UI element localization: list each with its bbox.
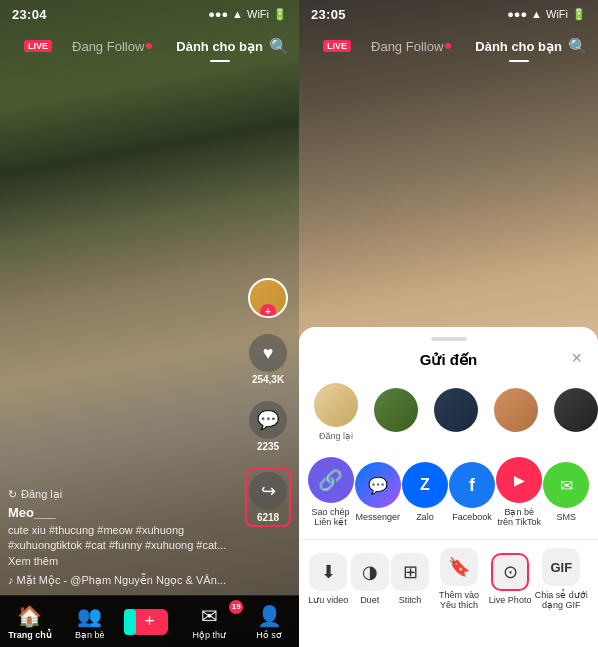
messenger-icon: 💬 <box>355 462 401 508</box>
save-video-label: Lưu video <box>308 595 348 605</box>
nav-tabs-right: LIVE Đang Follow Dành cho bạn 🔍 <box>299 28 598 64</box>
tab-foryou-right[interactable]: Dành cho bạn <box>463 28 574 64</box>
avatar-share-5[interactable] <box>551 388 598 436</box>
search-icon-left[interactable]: 🔍 <box>269 37 289 56</box>
live-badge-left: LIVE <box>24 40 52 52</box>
repost-row-left: ↻ Đăng lại <box>8 488 244 501</box>
facebook-icon: f <box>449 462 495 508</box>
sheet-title: Gửi đến <box>420 351 477 369</box>
save-video-icon: ⬇ <box>309 553 347 591</box>
nav-inbox-label-left: Hộp thư <box>193 630 227 640</box>
action-favorite[interactable]: 🔖 Thêm vào Yêu thích <box>431 548 486 610</box>
avatar-share-repost[interactable]: Đăng lại <box>311 383 361 441</box>
avatar-share-3[interactable] <box>431 388 481 436</box>
tab-following-left[interactable]: Đang Follow <box>60 28 164 64</box>
profile-icon-left: 👤 <box>257 604 282 628</box>
share-zalo[interactable]: Z Zalo <box>402 462 448 522</box>
status-bar-right: 23:05 ●●● ▲ WiFi 🔋 <box>299 0 598 28</box>
stitch-label: Stitch <box>399 595 422 605</box>
status-time-left: 23:04 <box>12 7 47 22</box>
nav-profile-left[interactable]: 👤 Hồ sơ <box>239 604 299 640</box>
tab-following-right[interactable]: Đang Follow <box>359 28 463 64</box>
search-icon-right[interactable]: 🔍 <box>568 37 588 56</box>
avatar-img-3 <box>434 388 478 432</box>
friend-label: Bạn bètrên TikTok <box>497 507 541 527</box>
live-photo-icon: ⊙ <box>491 553 529 591</box>
share-friend-tiktok[interactable]: ▶ Bạn bètrên TikTok <box>496 457 542 527</box>
duet-label: Duet <box>360 595 379 605</box>
gif-icon: GIF <box>542 548 580 586</box>
copy-link-icon: 🔗 <box>308 457 354 503</box>
action-duet[interactable]: ◑ Duet <box>351 553 389 605</box>
avatar-img-4 <box>494 388 538 432</box>
stitch-icon: ⊞ <box>391 553 429 591</box>
avatar-img-5 <box>554 388 598 432</box>
share-sms[interactable]: ✉ SMS <box>543 462 589 522</box>
like-count-left: 254,3K <box>252 374 284 385</box>
action-stitch[interactable]: ⊞ Stitch <box>391 553 429 605</box>
nav-inbox-left[interactable]: ✉ Hộp thư 19 <box>179 604 239 640</box>
favorite-icon: 🔖 <box>440 548 478 586</box>
status-bar-left: 23:04 ●●● ▲ WiFi 🔋 <box>0 0 299 28</box>
username-left[interactable]: Meo___ <box>8 505 244 520</box>
nav-friends-left[interactable]: 👥 Bạn bè <box>60 604 120 640</box>
home-icon-left: 🏠 <box>17 604 42 628</box>
like-button-left[interactable]: ♥ 254,3K <box>249 334 287 385</box>
sheet-close-button[interactable]: × <box>571 348 582 369</box>
avatar-share-2[interactable] <box>371 388 421 436</box>
inbox-badge-left: 19 <box>229 600 243 614</box>
sheet-title-row: Gửi đến × <box>299 341 598 375</box>
share-facebook[interactable]: f Facebook <box>449 462 495 522</box>
divider <box>299 539 598 540</box>
nav-add-left[interactable] <box>120 609 180 635</box>
avatar-img-2 <box>374 388 418 432</box>
action-bar-left: ♥ 254,3K 💬 2235 ↪ 6218 <box>245 278 291 527</box>
avatar-img-left <box>248 278 288 318</box>
live-badge-right: LIVE <box>323 40 351 52</box>
sms-label: SMS <box>557 512 577 522</box>
bottom-info-left: ↻ Đăng lại Meo___ cute xiu #thucung #meo… <box>8 488 244 587</box>
nav-tabs-left: LIVE Đang Follow Dành cho bạn 🔍 <box>0 28 299 64</box>
nav-friends-label-left: Bạn bè <box>75 630 105 640</box>
friends-icon-left: 👥 <box>77 604 102 628</box>
comment-icon-left: 💬 <box>249 401 287 439</box>
bottom-nav-left: 🏠 Trang chủ 👥 Bạn bè ✉ Hộp thư 19 👤 Hồ s… <box>0 595 299 647</box>
sms-icon: ✉ <box>543 462 589 508</box>
avatar-img-1 <box>314 383 358 427</box>
avatar-share-4[interactable] <box>491 388 541 436</box>
caption-left: cute xiu #thucung #meow #xuhuong #xuhuon… <box>8 523 244 569</box>
action-save-video[interactable]: ⬇ Lưu video <box>308 553 348 605</box>
status-icons-left: ●●● ▲ WiFi 🔋 <box>208 8 287 21</box>
left-panel: 23:04 ●●● ▲ WiFi 🔋 LIVE Đang Follow Dành… <box>0 0 299 647</box>
favorite-label: Thêm vào Yêu thích <box>431 590 486 610</box>
copy-link-label: Sao chépLiên kết <box>312 507 350 527</box>
status-icons-right: ●●● ▲ WiFi 🔋 <box>507 8 586 21</box>
friend-icon: ▶ <box>496 457 542 503</box>
share-button-left[interactable]: ↪ 6218 <box>245 468 291 527</box>
zalo-label: Zalo <box>416 512 434 522</box>
avatar-label-1: Đăng lại <box>319 431 353 441</box>
share-icon-left: ↪ <box>249 472 287 510</box>
share-messenger[interactable]: 💬 Messenger <box>355 462 401 522</box>
action-live-photo[interactable]: ⊙ Live Photo <box>489 553 532 605</box>
live-photo-label: Live Photo <box>489 595 532 605</box>
nav-home-left[interactable]: 🏠 Trang chủ <box>0 604 60 640</box>
duet-icon: ◑ <box>351 553 389 591</box>
messenger-label: Messenger <box>355 512 400 522</box>
tab-foryou-left[interactable]: Dành cho bạn <box>164 28 275 64</box>
gif-label: Chia sẻ dưới dạng GIF <box>534 590 589 610</box>
zalo-icon: Z <box>402 462 448 508</box>
share-bottom-row: ⬇ Lưu video ◑ Duet ⊞ Stitch 🔖 Thêm vào Y… <box>299 544 598 618</box>
inbox-icon-left: ✉ <box>201 604 218 628</box>
facebook-label: Facebook <box>452 512 492 522</box>
avatar-follow-left[interactable] <box>248 278 288 318</box>
share-copy-link[interactable]: 🔗 Sao chépLiên kết <box>308 457 354 527</box>
music-row-left: ♪ Mặt Mộc - @Phạm Nguyễn Ngọc & VÂn... <box>8 574 244 587</box>
comment-button-left[interactable]: 💬 2235 <box>249 401 287 452</box>
action-gif[interactable]: GIF Chia sẻ dưới dạng GIF <box>534 548 589 610</box>
notification-dot-left <box>146 43 152 49</box>
avatars-row: Đăng lại <box>299 375 598 449</box>
share-icons-row: 🔗 Sao chépLiên kết 💬 Messenger Z Zalo f … <box>299 449 598 535</box>
comment-count-left: 2235 <box>257 441 279 452</box>
notification-dot-right <box>445 43 451 49</box>
